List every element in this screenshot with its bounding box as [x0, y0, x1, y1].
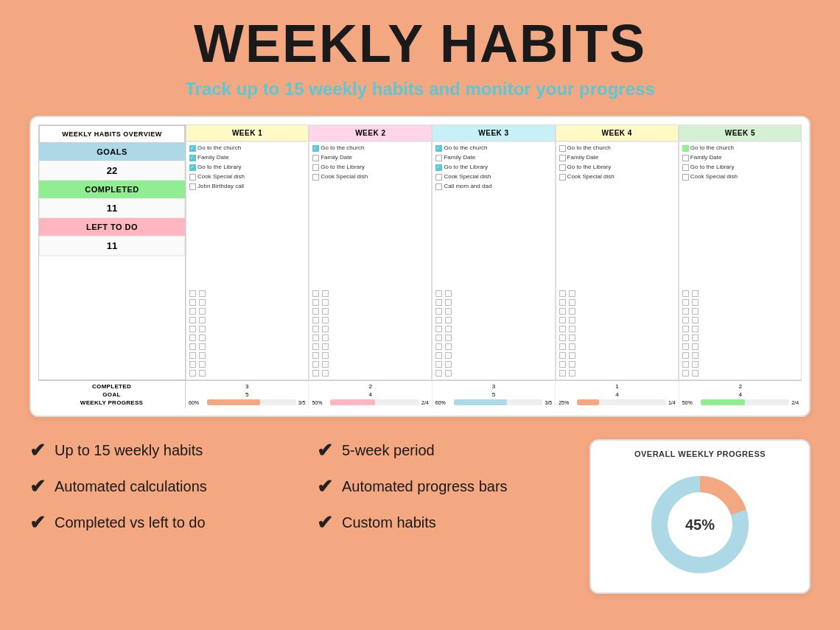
task-checkbox[interactable] — [682, 145, 689, 152]
empty-checkbox[interactable] — [322, 326, 329, 332]
empty-checkbox[interactable] — [189, 370, 196, 377]
empty-checkbox[interactable] — [199, 361, 206, 368]
task-checkbox[interactable] — [189, 164, 196, 171]
empty-checkbox[interactable] — [445, 317, 452, 323]
empty-checkbox[interactable] — [435, 335, 442, 341]
empty-checkbox[interactable] — [189, 317, 196, 323]
empty-checkbox[interactable] — [445, 299, 452, 306]
empty-checkbox[interactable] — [569, 308, 575, 315]
empty-checkbox[interactable] — [199, 308, 206, 315]
empty-checkbox[interactable] — [559, 299, 566, 306]
empty-checkbox[interactable] — [682, 370, 689, 377]
empty-checkbox[interactable] — [312, 290, 319, 297]
empty-checkbox[interactable] — [569, 335, 575, 341]
empty-checkbox[interactable] — [692, 370, 699, 377]
empty-checkbox[interactable] — [692, 335, 699, 341]
empty-checkbox[interactable] — [312, 308, 319, 315]
empty-checkbox[interactable] — [189, 308, 196, 315]
empty-checkbox[interactable] — [189, 326, 196, 332]
task-checkbox[interactable] — [682, 155, 689, 161]
task-checkbox[interactable] — [682, 164, 689, 171]
empty-checkbox[interactable] — [322, 299, 329, 306]
empty-checkbox[interactable] — [189, 343, 196, 350]
task-checkbox[interactable] — [312, 174, 319, 181]
empty-checkbox[interactable] — [569, 299, 575, 306]
empty-checkbox[interactable] — [322, 308, 329, 315]
empty-checkbox[interactable] — [435, 308, 442, 315]
empty-checkbox[interactable] — [559, 335, 566, 341]
empty-checkbox[interactable] — [322, 335, 329, 341]
empty-checkbox[interactable] — [189, 335, 196, 341]
empty-checkbox[interactable] — [569, 352, 575, 359]
empty-checkbox[interactable] — [189, 352, 196, 359]
empty-checkbox[interactable] — [569, 343, 575, 350]
empty-checkbox[interactable] — [682, 317, 689, 323]
empty-checkbox[interactable] — [445, 290, 452, 297]
empty-checkbox[interactable] — [682, 299, 689, 306]
empty-checkbox[interactable] — [322, 290, 329, 297]
task-checkbox[interactable] — [435, 145, 442, 152]
empty-checkbox[interactable] — [435, 352, 442, 359]
empty-checkbox[interactable] — [199, 370, 206, 377]
empty-checkbox[interactable] — [692, 290, 699, 297]
empty-checkbox[interactable] — [559, 370, 566, 377]
task-checkbox[interactable] — [435, 155, 442, 161]
empty-checkbox[interactable] — [569, 317, 575, 323]
task-checkbox[interactable] — [682, 174, 689, 181]
task-checkbox[interactable] — [189, 183, 196, 190]
task-checkbox[interactable] — [435, 174, 442, 181]
empty-checkbox[interactable] — [445, 326, 452, 332]
empty-checkbox[interactable] — [199, 352, 206, 359]
task-checkbox[interactable] — [435, 183, 442, 190]
task-checkbox[interactable] — [559, 174, 566, 181]
empty-checkbox[interactable] — [312, 299, 319, 306]
empty-checkbox[interactable] — [199, 343, 206, 350]
empty-checkbox[interactable] — [682, 290, 689, 297]
empty-checkbox[interactable] — [445, 361, 452, 368]
empty-checkbox[interactable] — [312, 370, 319, 377]
empty-checkbox[interactable] — [682, 361, 689, 368]
empty-checkbox[interactable] — [692, 317, 699, 323]
empty-checkbox[interactable] — [682, 326, 689, 332]
empty-checkbox[interactable] — [559, 361, 566, 368]
empty-checkbox[interactable] — [692, 361, 699, 368]
empty-checkbox[interactable] — [322, 343, 329, 350]
empty-checkbox[interactable] — [322, 370, 329, 377]
empty-checkbox[interactable] — [559, 308, 566, 315]
task-checkbox[interactable] — [559, 145, 566, 152]
empty-checkbox[interactable] — [692, 326, 699, 332]
task-checkbox[interactable] — [312, 155, 319, 161]
empty-checkbox[interactable] — [445, 370, 452, 377]
empty-checkbox[interactable] — [559, 290, 566, 297]
task-checkbox[interactable] — [435, 164, 442, 171]
task-checkbox[interactable] — [189, 145, 196, 152]
task-checkbox[interactable] — [189, 155, 196, 161]
empty-checkbox[interactable] — [569, 370, 575, 377]
empty-checkbox[interactable] — [189, 290, 196, 297]
empty-checkbox[interactable] — [445, 352, 452, 359]
empty-checkbox[interactable] — [682, 308, 689, 315]
empty-checkbox[interactable] — [682, 352, 689, 359]
empty-checkbox[interactable] — [322, 352, 329, 359]
empty-checkbox[interactable] — [682, 335, 689, 341]
empty-checkbox[interactable] — [435, 361, 442, 368]
empty-checkbox[interactable] — [199, 335, 206, 341]
task-checkbox[interactable] — [189, 174, 196, 181]
empty-checkbox[interactable] — [312, 352, 319, 359]
empty-checkbox[interactable] — [435, 343, 442, 350]
empty-checkbox[interactable] — [322, 317, 329, 323]
empty-checkbox[interactable] — [435, 317, 442, 323]
empty-checkbox[interactable] — [435, 290, 442, 297]
empty-checkbox[interactable] — [199, 317, 206, 323]
empty-checkbox[interactable] — [435, 370, 442, 377]
empty-checkbox[interactable] — [569, 290, 575, 297]
empty-checkbox[interactable] — [559, 343, 566, 350]
empty-checkbox[interactable] — [692, 299, 699, 306]
empty-checkbox[interactable] — [435, 326, 442, 332]
empty-checkbox[interactable] — [559, 317, 566, 323]
empty-checkbox[interactable] — [312, 317, 319, 323]
empty-checkbox[interactable] — [312, 343, 319, 350]
empty-checkbox[interactable] — [199, 290, 206, 297]
empty-checkbox[interactable] — [189, 361, 196, 368]
task-checkbox[interactable] — [312, 164, 319, 171]
